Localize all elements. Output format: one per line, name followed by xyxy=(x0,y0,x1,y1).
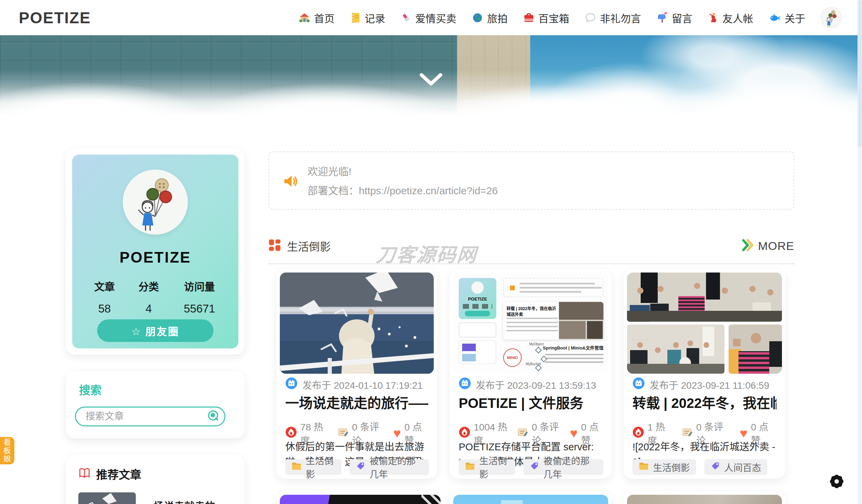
stat-value: 4 xyxy=(127,302,171,315)
article-date: 发布于 2023-09-21 13:59:13 xyxy=(476,378,596,392)
nav-item-label: 留言 xyxy=(672,10,692,25)
article-card-4-partial[interactable] xyxy=(276,491,437,504)
fish-icon xyxy=(769,13,781,23)
article-card-5-partial[interactable] xyxy=(450,491,612,504)
nav-item-travel[interactable]: 旅拍 xyxy=(472,10,508,25)
main-nav: 首页 记录 爱情买卖 旅拍 百宝箱 非礼勿言 xyxy=(299,8,841,28)
stat-label: 文章 xyxy=(82,278,127,293)
brand-logo[interactable]: POETIZE xyxy=(19,9,91,27)
speech-bubble-icon xyxy=(585,12,596,23)
fire-icon xyxy=(632,426,644,440)
memo-icon xyxy=(517,427,528,440)
article-5-cover-image xyxy=(453,495,608,504)
article-title[interactable]: 一场说走就走的旅行——… xyxy=(285,392,428,412)
stat-categories[interactable]: 分类 4 xyxy=(127,278,171,315)
section-title: 生活倒影 xyxy=(287,238,331,254)
stat-articles[interactable]: 文章 58 xyxy=(82,278,127,315)
category-tag[interactable]: 生活倒影 xyxy=(632,459,696,475)
nav-item-label: 首页 xyxy=(314,10,335,25)
page-scrollbar[interactable] xyxy=(858,0,862,504)
article-card-6-partial[interactable] xyxy=(624,491,785,504)
nav-item-guestbook-rules[interactable]: 非礼勿言 xyxy=(585,10,641,25)
scrollbar-thumb[interactable] xyxy=(858,0,862,147)
profile-name: POETIZE xyxy=(72,249,238,266)
nav-item-love-market[interactable]: 爱情买卖 xyxy=(401,10,456,25)
friend-circle-button[interactable]: ☆ 朋友圈 xyxy=(97,319,213,342)
tag-icon xyxy=(530,461,539,473)
nav-item-label: 爱情买卖 xyxy=(415,10,456,25)
announcement-line2[interactable]: 部署文档：https://poetize.cn/article?id=26 xyxy=(308,182,498,197)
tag-icon xyxy=(356,461,365,473)
article-2-cover-image: POETIZE 转载 | 2022年冬，我在临沂城送外卖 MINIO MyObj… xyxy=(453,273,608,374)
folder-icon xyxy=(639,462,649,473)
nav-item-label: 旅拍 xyxy=(487,10,508,25)
fire-icon xyxy=(285,426,297,440)
category-tag[interactable]: 生活倒影 xyxy=(459,459,515,475)
recommended-thumbnail xyxy=(78,492,136,504)
nav-item-records[interactable]: 记录 xyxy=(350,10,385,25)
nav-item-label: 友人帐 xyxy=(722,10,753,25)
profile-card-gradient: POETIZE 文章 58 分类 4 访问量 55671 ☆ 朋友圈 xyxy=(72,155,238,348)
double-chevron-icon xyxy=(741,238,755,253)
minio-label: MINIO xyxy=(503,348,522,367)
nav-item-about[interactable]: 关于 xyxy=(769,10,805,25)
stat-label: 分类 xyxy=(127,278,171,293)
kanban-girl-badge[interactable]: 看板娘 xyxy=(0,437,14,464)
calendar-icon xyxy=(632,377,645,392)
category-tag[interactable]: 生活倒影 xyxy=(285,459,341,475)
fire-icon xyxy=(459,426,470,440)
search-icon[interactable] xyxy=(207,410,220,423)
topic-tag[interactable]: 人间百态 xyxy=(704,459,767,475)
nav-avatar[interactable] xyxy=(821,8,841,28)
profile-avatar[interactable] xyxy=(123,170,188,235)
category-tag-label: 生活倒影 xyxy=(306,454,335,480)
open-book-icon xyxy=(78,467,91,480)
calendar-icon xyxy=(459,377,471,392)
search-input[interactable] xyxy=(86,411,224,422)
memo-icon xyxy=(338,427,349,440)
topic-tag-label: 人间百态 xyxy=(724,461,761,474)
topic-tag[interactable]: 被偷走的那几年 xyxy=(350,459,429,475)
settings-gear-icon[interactable] xyxy=(828,473,846,490)
mailbox-icon xyxy=(657,12,668,23)
announcement-box: 欢迎光临! 部署文档：https://poetize.cn/article?id… xyxy=(269,151,794,210)
search-card: 搜索 xyxy=(66,371,245,438)
recommended-title: 推荐文章 xyxy=(96,466,141,482)
tag-icon xyxy=(710,461,720,473)
nav-item-label: 百宝箱 xyxy=(538,10,569,25)
topic-tag-label: 被偷走的那几年 xyxy=(543,454,597,480)
scroll-down-chevron-icon[interactable] xyxy=(418,72,444,89)
article-1-cover-image xyxy=(280,273,434,374)
nav-item-home[interactable]: 首页 xyxy=(299,10,335,25)
collage-photo-bottom-right xyxy=(729,324,782,374)
kanban-badge-label: 看板娘 xyxy=(1,438,12,463)
top-navbar: POETIZE 首页 记录 爱情买卖 旅拍 百宝箱 xyxy=(0,0,862,35)
nav-item-friends[interactable]: 友人帐 xyxy=(708,10,753,25)
stat-value: 55671 xyxy=(171,302,228,315)
calendar-icon xyxy=(285,377,298,392)
announcement-line1: 欢迎光临! xyxy=(308,163,351,178)
article-card-2[interactable]: POETIZE 转载 | 2022年冬，我在临沂城送外卖 MINIO MyObj… xyxy=(450,269,612,479)
stat-label: 访问量 xyxy=(171,278,228,293)
nav-item-label: 记录 xyxy=(365,10,385,25)
profile-stats: 文章 58 分类 4 访问量 55671 xyxy=(82,278,228,315)
home-icon xyxy=(299,12,310,23)
recommended-item[interactable]: 一场说走就走的旅… xyxy=(78,492,232,504)
nav-item-treasure-box[interactable]: 百宝箱 xyxy=(523,10,569,25)
category-tag-label: 生活倒影 xyxy=(479,454,509,480)
nav-item-message-board[interactable]: 留言 xyxy=(657,10,692,25)
mini-diagram-title: SpringBoot | Minio&文件管理 xyxy=(543,344,603,351)
search-title: 搜索 xyxy=(79,381,236,398)
article-card-1[interactable]: 发布于 2024-01-10 17:19:21 一场说走就走的旅行——… 78 … xyxy=(276,269,437,479)
article-title[interactable]: POETIZE | 文件服务 xyxy=(459,392,603,412)
topic-tag[interactable]: 被偷走的那几年 xyxy=(523,459,603,475)
article-card-3[interactable]: 发布于 2023-09-21 11:06:59 转载 | 2022年冬，我在临…… xyxy=(624,269,785,479)
folder-icon xyxy=(465,462,475,473)
memo-icon xyxy=(682,427,693,440)
more-link[interactable]: MORE xyxy=(741,238,794,253)
stat-visits[interactable]: 访问量 55671 xyxy=(171,278,228,315)
more-label: MORE xyxy=(758,239,794,253)
notebook-icon xyxy=(350,12,361,23)
recommended-articles-card: 推荐文章 一场说走就走的旅… xyxy=(66,455,245,504)
article-title[interactable]: 转载 | 2022年冬，我在临… xyxy=(632,392,776,412)
